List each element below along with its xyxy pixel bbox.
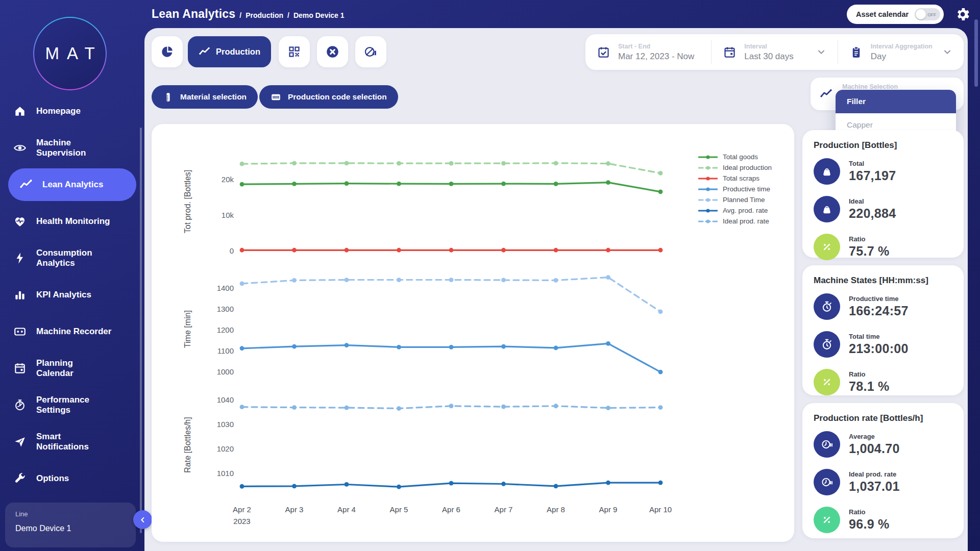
y-tick-label: 0 (230, 246, 234, 255)
legend-item-productive-time[interactable]: Productive time (698, 184, 772, 194)
data-point (658, 171, 663, 176)
control-start-end[interactable]: Start - EndMar 12, 2023 - Now (585, 43, 711, 62)
percent-icon (820, 375, 834, 389)
stat-value: 96.9 % (849, 517, 890, 532)
data-point (397, 406, 401, 411)
data-point (292, 248, 297, 253)
page-title: Lean Analytics (152, 7, 235, 21)
legend-item-total-goods[interactable]: Total goods (698, 152, 772, 162)
data-point (449, 248, 454, 253)
stat-row-total-time: Total time213:00:00 (802, 325, 964, 363)
sidebar-item-consumption-analytics[interactable]: Consumption Analytics (0, 240, 144, 277)
calendar-icon (723, 45, 737, 59)
production-code-selection-button[interactable]: Production code selection (259, 85, 398, 109)
data-point (606, 275, 610, 280)
stat-row-ratio: Ratio96.9 % (802, 501, 964, 539)
sidebar-item-kpi-analytics[interactable]: KPI Analytics (0, 277, 144, 313)
y-axis-label: Time [min] (183, 310, 192, 348)
calendar-check-icon (597, 45, 610, 59)
legend-marker (698, 165, 718, 170)
sidebar-collapse-button[interactable] (133, 510, 152, 529)
data-point (292, 344, 297, 349)
sidebar-item-label: Homepage (36, 106, 81, 116)
weight-icon (820, 203, 834, 216)
data-point (449, 404, 454, 408)
sidebar-item-label: KPI Analytics (36, 290, 91, 300)
sidebar-item-smart-notifications[interactable]: Smart Notifications (0, 423, 144, 460)
toggle-switch[interactable]: OFF (915, 8, 940, 20)
stat-value: 167,197 (849, 168, 896, 183)
sidebar-item-planning-calendar[interactable]: Planning Calendar (0, 350, 144, 387)
sidebar-item-label: Performance Settings (36, 395, 89, 415)
stat-value: 1,004.70 (849, 441, 900, 456)
legend-marker (698, 187, 718, 192)
asset-calendar-toggle[interactable]: Asset calendar OFF (847, 5, 944, 24)
y-tick-label: 1200 (217, 325, 234, 334)
data-point (501, 248, 506, 253)
x-tick-label: Apr 2 2023 (233, 504, 251, 527)
line-selector-card[interactable]: Line Demo Device 1 (5, 503, 136, 547)
gauge-icon (13, 398, 27, 412)
sidebar-nav: HomepageMachine SupervisionLean Analytic… (0, 93, 144, 497)
logo-text: MAT (37, 44, 102, 63)
control-interval[interactable]: IntervalLast 30 days (712, 43, 837, 62)
sidebar-item-lean-analytics[interactable]: Lean Analytics (8, 168, 136, 201)
chart-disabled-button[interactable] (355, 36, 386, 67)
stat-row-ratio: Ratio78.1 % (802, 363, 964, 401)
sidebar-item-homepage[interactable]: Homepage (0, 93, 144, 130)
y-tick-label: 1020 (217, 444, 234, 453)
sidebar-item-health-monitoring[interactable]: Health Monitoring (0, 203, 144, 240)
sidebar-scrollbar[interactable] (140, 128, 142, 533)
breadcrumb-section[interactable]: Production (246, 11, 283, 19)
legend-item-ideal-prod-rate[interactable]: Ideal prod. rate (698, 216, 772, 227)
production-code-selection-label: Production code selection (288, 92, 387, 102)
stat-value: 213:00:00 (849, 341, 909, 356)
data-point (501, 482, 506, 486)
gear-icon[interactable] (954, 6, 971, 22)
page-scrollbar[interactable] (974, 19, 978, 87)
close-circle-button[interactable] (317, 36, 348, 67)
control-interval-aggregation[interactable]: Interval AggregationDay (838, 43, 964, 62)
data-point (397, 485, 401, 489)
sidebar-item-machine-recorder[interactable]: Machine Recorder (0, 313, 144, 350)
legend-label: Ideal production (723, 164, 772, 171)
data-point (345, 278, 349, 282)
wrench-icon (13, 472, 27, 485)
y-tick-label: 1040 (217, 395, 234, 404)
control-label: Interval Aggregation (871, 43, 933, 50)
y-axis-label: Rate [Bottles/h] (183, 417, 192, 472)
data-point (501, 278, 506, 283)
legend-item-ideal-production[interactable]: Ideal production (698, 162, 772, 173)
control-label: Interval (744, 43, 793, 50)
sidebar-item-machine-supervision[interactable]: Machine Supervision (0, 130, 144, 166)
production-view-button[interactable]: Production (188, 36, 271, 67)
control-label: Start - End (618, 43, 694, 50)
material-selection-label: Material selection (180, 92, 247, 102)
sidebar-item-options[interactable]: Options (0, 460, 144, 497)
stat-row-total: Total167,197 (802, 153, 964, 190)
legend-label: Productive time (723, 185, 770, 193)
stats-card-title: Machine States [HH:mm:ss] (802, 265, 964, 288)
legend-item-avg-prod-rate[interactable]: Avg. prod. rate (698, 205, 772, 216)
y-axis-label: Tot prod. [Bottles] (183, 170, 192, 234)
material-selection-button[interactable]: Material selection (152, 85, 258, 109)
send-icon (13, 435, 27, 448)
weight-icon (820, 165, 834, 178)
data-point (292, 278, 297, 283)
data-point (397, 278, 401, 282)
legend-label: Avg. prod. rate (723, 207, 768, 214)
clipboard-icon (849, 45, 863, 59)
legend-item-total-scraps[interactable]: Total scraps (698, 173, 772, 184)
qr-view-button[interactable] (279, 36, 310, 67)
stat-row-ideal: Ideal220,884 (802, 190, 964, 228)
app-root: Lean Analytics / Production / Demo Devic… (0, 0, 980, 551)
data-point (240, 282, 244, 286)
trend-icon (199, 46, 210, 58)
pie-view-button[interactable] (152, 36, 183, 67)
pie-icon (160, 45, 174, 59)
breadcrumb-device[interactable]: Demo Device 1 (293, 11, 345, 19)
sidebar-item-performance-settings[interactable]: Performance Settings (0, 387, 144, 423)
legend-item-planned-time[interactable]: Planned Time (698, 194, 772, 205)
y-tick-label: 1300 (217, 305, 234, 313)
dropdown-option-filler[interactable]: Filler (836, 90, 956, 113)
